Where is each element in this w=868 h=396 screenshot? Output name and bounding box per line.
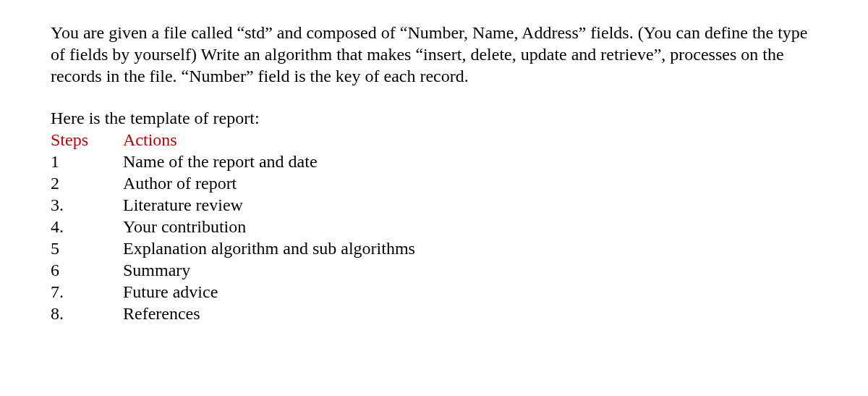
step-number: 3. [51, 194, 123, 216]
step-action: Future advice [123, 281, 415, 303]
table-header-row: Steps Actions [51, 129, 415, 151]
table-row: 6 Summary [51, 259, 415, 281]
step-action: References [123, 303, 415, 324]
table-row: 4. Your contribution [51, 216, 415, 237]
step-number: 8. [51, 303, 123, 324]
report-template-table: Steps Actions 1 Name of the report and d… [51, 129, 415, 324]
step-number: 1 [51, 151, 123, 172]
step-action: Your contribution [123, 216, 415, 237]
step-action: Author of report [123, 172, 415, 194]
table-row: 5 Explanation algorithm and sub algorith… [51, 237, 415, 259]
table-row: 7. Future advice [51, 281, 415, 303]
steps-header: Steps [51, 129, 123, 151]
step-action: Explanation algorithm and sub algorithms [123, 237, 415, 259]
step-number: 2 [51, 172, 123, 194]
step-number: 7. [51, 281, 123, 303]
step-number: 4. [51, 216, 123, 237]
table-row: 3. Literature review [51, 194, 415, 216]
step-action: Summary [123, 259, 415, 281]
step-action: Name of the report and date [123, 151, 415, 172]
step-number: 5 [51, 237, 123, 259]
problem-statement: You are given a file called “std” and co… [51, 22, 817, 87]
table-row: 2 Author of report [51, 172, 415, 194]
step-action: Literature review [123, 194, 415, 216]
table-row: 8. References [51, 303, 415, 324]
table-row: 1 Name of the report and date [51, 151, 415, 172]
template-intro: Here is the template of report: [51, 107, 817, 129]
step-number: 6 [51, 259, 123, 281]
actions-header: Actions [123, 129, 415, 151]
